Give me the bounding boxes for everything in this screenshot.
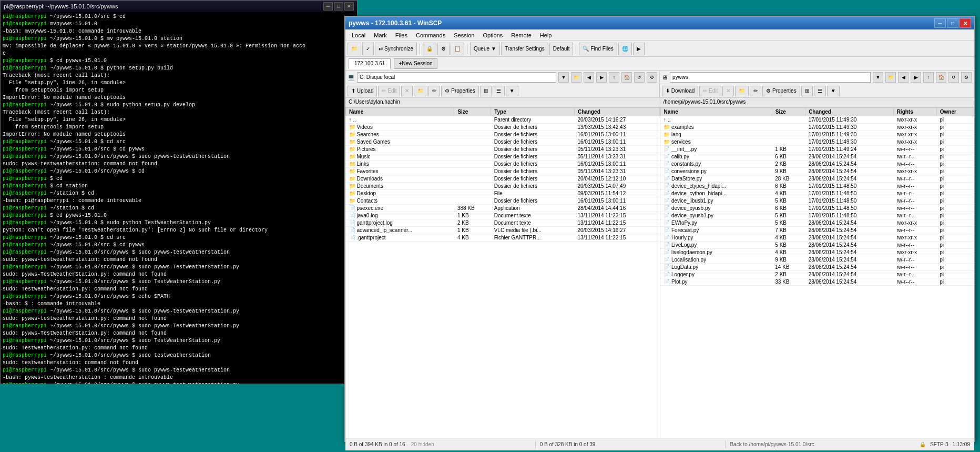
left-file-row[interactable]: 📁Pictures Dossier de fichiers 05/11/2014… <box>346 146 660 153</box>
right-addr-home[interactable]: 🏠 <box>936 72 946 83</box>
right-file-row[interactable]: 📁services 17/01/2015 11:49:30 rwxr-xr-x … <box>660 138 974 146</box>
right-file-row[interactable]: 📄livelogdaemon.py 4 KB 28/06/2014 15:24:… <box>660 249 974 256</box>
toolbar-queue-btn[interactable]: Queue ▼ <box>470 43 500 55</box>
right-more-btn2[interactable]: ☰ <box>814 86 826 96</box>
toolbar-transfer-btn[interactable]: Transfer Settings <box>501 43 548 55</box>
menu-files[interactable]: Files <box>391 29 412 41</box>
menu-local[interactable]: Local <box>348 29 370 41</box>
left-file-row[interactable]: 📁Links Dossier de fichiers 16/01/2015 13… <box>346 160 660 168</box>
right-addr-refresh[interactable]: ↺ <box>948 72 959 83</box>
toolbar-btn6[interactable]: ▶ <box>633 43 645 55</box>
right-delete-btn[interactable]: ✕ <box>722 86 734 96</box>
left-addr-nav-fwd[interactable]: ▶ <box>596 72 607 83</box>
left-properties-btn[interactable]: ⚙ Properties <box>441 86 478 96</box>
winscp-maximize-button[interactable]: □ <box>947 18 958 28</box>
left-file-row[interactable]: 📄ganttproject.log 2 KB Document texte 13… <box>346 219 660 227</box>
right-mkdir-btn[interactable]: 📁 <box>735 86 749 96</box>
terminal-close-button[interactable]: ✕ <box>344 2 354 11</box>
left-file-row[interactable]: ↑.. Parent directory 20/03/2015 14:16:27 <box>346 116 660 124</box>
left-col-name[interactable]: Name <box>346 108 454 116</box>
right-file-row[interactable]: 📄conversions.py 9 KB 28/06/2014 15:24:54… <box>660 168 974 175</box>
right-address-input[interactable] <box>670 72 871 83</box>
toolbar-mark-btn[interactable]: ✓ <box>362 43 374 55</box>
right-file-table[interactable]: Name Size Changed Rights Owner ↑.. 17/01… <box>660 107 975 438</box>
toolbar-default-btn[interactable]: Default <box>549 43 574 55</box>
left-addr-btn1[interactable]: ▼ <box>558 72 569 83</box>
terminal-body[interactable]: pi@raspberrypi ~/pywws-15.01.0/src $ cdp… <box>1 12 357 384</box>
toolbar-synchronize-btn[interactable]: ⇄ Synchronize <box>375 43 417 55</box>
right-file-row[interactable]: 📄Plot.py 33 KB 28/06/2014 15:24:54 rw-r-… <box>660 278 974 286</box>
right-edit-btn[interactable]: ✏ Edit <box>699 86 721 96</box>
right-file-row[interactable]: 📄device_libusb1.py 5 KB 17/01/2015 11:48… <box>660 197 974 205</box>
right-file-row[interactable]: 📄constants.py 2 KB 28/06/2014 15:24:54 r… <box>660 160 974 168</box>
right-file-row[interactable]: 📄device_cython_hidapi... 4 KB 17/01/2015… <box>660 190 974 197</box>
right-addr-btn1[interactable]: ▼ <box>873 72 883 83</box>
right-file-row[interactable]: 📄Forecast.py 7 KB 28/06/2014 15:24:54 rw… <box>660 227 974 234</box>
toolbar-btn3[interactable]: ⚙ <box>437 43 450 55</box>
right-file-row[interactable]: 📄__init__.py 1 KB 17/01/2015 11:49:24 rw… <box>660 146 974 153</box>
right-file-row[interactable]: 📁examples 17/01/2015 11:49:30 rwxr-xr-x … <box>660 124 974 131</box>
right-file-row[interactable]: 📄LogData.py 14 KB 28/06/2014 15:24:54 rw… <box>660 264 974 271</box>
left-file-row[interactable]: 📄psexec.exe 388 KB Application 28/04/201… <box>346 205 660 212</box>
left-file-row[interactable]: 📁Videos Dossier de fichiers 13/03/2015 1… <box>346 124 660 131</box>
left-file-table[interactable]: Name Size Type Changed ↑.. Parent direct… <box>345 107 660 438</box>
toolbar-find-btn[interactable]: 🔍 Find Files <box>579 43 617 55</box>
left-addr-btn2[interactable]: 📁 <box>571 72 581 83</box>
right-col-size[interactable]: Size <box>772 108 805 116</box>
right-addr-up[interactable]: ↑ <box>923 72 934 83</box>
left-address-input[interactable] <box>357 72 556 83</box>
toolbar-btn5[interactable]: 🌐 <box>618 43 632 55</box>
left-edit-btn[interactable]: ✏ Edit <box>378 86 400 96</box>
right-col-name[interactable]: Name <box>660 108 772 116</box>
left-addr-btn3[interactable]: ⚙ <box>647 72 657 83</box>
right-addr-nav-fwd[interactable]: ▶ <box>911 72 921 83</box>
right-file-row[interactable]: 📄device_pyusb.py 6 KB 17/01/2015 11:48:5… <box>660 205 974 212</box>
left-col-size[interactable]: Size <box>454 108 491 116</box>
right-addr-btn3[interactable]: ⚙ <box>961 72 972 83</box>
left-col-type[interactable]: Type <box>491 108 575 116</box>
right-col-rights[interactable]: Rights <box>893 108 936 116</box>
left-addr-refresh[interactable]: ↺ <box>634 72 645 83</box>
left-file-row[interactable]: 📁Searches Dossier de fichiers 16/01/2015… <box>346 131 660 138</box>
toolbar-btn2[interactable]: 🔒 <box>423 43 436 55</box>
left-file-row[interactable]: 📁Desktop File 09/03/2015 11:54:12 <box>346 190 660 197</box>
left-file-row[interactable]: 📄.ganttproject 4 KB Fichier GANTTPR... 1… <box>346 234 660 242</box>
right-col-changed[interactable]: Changed <box>805 108 893 116</box>
left-addr-home[interactable]: 🏠 <box>621 72 632 83</box>
menu-options[interactable]: Options <box>478 29 507 41</box>
right-more-btn1[interactable]: ⊞ <box>801 86 813 96</box>
menu-commands[interactable]: Commands <box>412 29 450 41</box>
left-col-changed[interactable]: Changed <box>574 108 659 116</box>
left-more-btn1[interactable]: ⊞ <box>480 86 492 96</box>
left-addr-nav-back[interactable]: ◀ <box>584 72 594 83</box>
left-file-row[interactable]: 📄java0.log 1 KB Document texte 13/11/201… <box>346 212 660 219</box>
right-file-row[interactable]: 📄Logger.py 2 KB 28/06/2014 15:24:54 rw-r… <box>660 271 974 278</box>
left-file-row[interactable]: 📁Saved Games Dossier de fichiers 16/01/2… <box>346 138 660 146</box>
left-delete-btn[interactable]: ✕ <box>401 86 413 96</box>
left-file-row[interactable]: 📁Music Dossier de fichiers 05/11/2014 13… <box>346 153 660 160</box>
winscp-close-button[interactable]: ✕ <box>959 18 971 28</box>
terminal-maximize-button[interactable]: □ <box>334 2 343 11</box>
terminal-minimize-button[interactable]: ─ <box>323 2 333 11</box>
winscp-minimize-button[interactable]: ─ <box>934 18 946 28</box>
right-download-btn[interactable]: ⬇ Download <box>662 86 698 96</box>
right-col-owner[interactable]: Owner <box>936 108 974 116</box>
right-rename-btn[interactable]: ✏ <box>750 86 761 96</box>
right-file-row[interactable]: 📄DataStore.py 28 KB 28/06/2014 15:24:54 … <box>660 175 974 183</box>
right-properties-btn[interactable]: ⚙ Properties <box>762 86 800 96</box>
right-file-row[interactable]: 📄LiveLog.py 5 KB 28/06/2014 15:24:54 rw-… <box>660 242 974 249</box>
left-file-row[interactable]: 📁Downloads Dossier de fichiers 20/04/201… <box>346 175 660 183</box>
left-upload-btn[interactable]: ⬆ Upload <box>348 86 377 96</box>
menu-session[interactable]: Session <box>450 29 478 41</box>
right-addr-btn2[interactable]: 📁 <box>885 72 896 83</box>
right-file-row[interactable]: 📄device_pyusb1.py 5 KB 17/01/2015 11:48:… <box>660 212 974 219</box>
menu-help[interactable]: Help <box>536 29 556 41</box>
menu-remote[interactable]: Remote <box>507 29 536 41</box>
right-file-row[interactable]: 📁lang 17/01/2015 11:49:30 rwxr-xr-x pi <box>660 131 974 138</box>
right-file-row[interactable]: 📄Hourly.py 4 KB 28/06/2014 15:24:54 rwxr… <box>660 234 974 242</box>
left-file-row[interactable]: 📁Documents Dossier de fichiers 20/03/201… <box>346 183 660 190</box>
right-file-row[interactable]: 📄calib.py 6 KB 28/06/2014 15:24:54 rw-r-… <box>660 153 974 160</box>
left-file-row[interactable]: 📄advanced_ip_scanner... 1 KB VLC media f… <box>346 227 660 234</box>
toolbar-btn4[interactable]: 📋 <box>451 43 464 55</box>
right-file-row[interactable]: 📄device_ctypes_hidapi... 6 KB 17/01/2015… <box>660 183 974 190</box>
